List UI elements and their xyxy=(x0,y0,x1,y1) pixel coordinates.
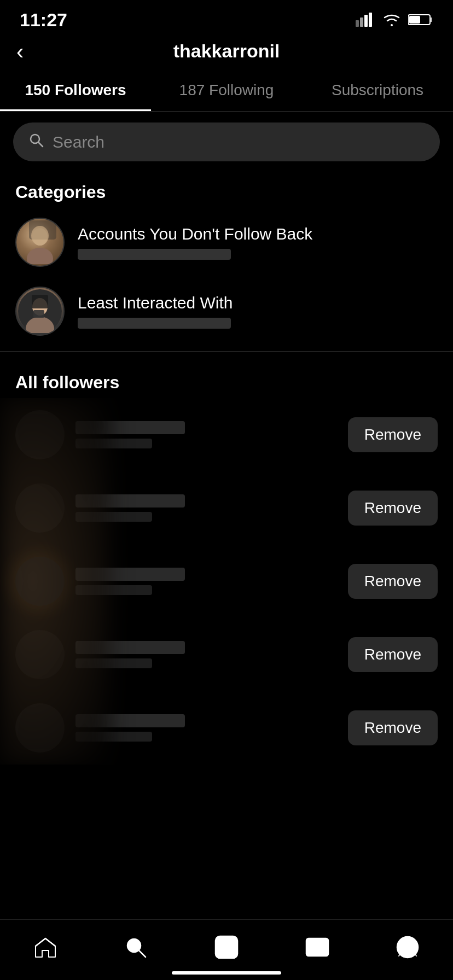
wifi-icon xyxy=(382,12,402,27)
follower-avatar-1 xyxy=(15,410,65,459)
remove-button-1[interactable]: Remove xyxy=(348,417,438,452)
tabs-bar: 150 Followers 187 Following Subscription… xyxy=(0,69,453,112)
follower-left-4 xyxy=(15,630,348,679)
follower-info-5 xyxy=(76,714,185,742)
svg-point-10 xyxy=(27,248,53,264)
svg-point-28 xyxy=(313,940,316,942)
tab-followers[interactable]: 150 Followers xyxy=(0,69,151,111)
follower-left-2 xyxy=(15,483,348,533)
svg-point-12 xyxy=(31,226,49,246)
svg-line-8 xyxy=(38,142,43,147)
nav-home[interactable] xyxy=(22,931,68,964)
follower-avatar-4 xyxy=(15,630,65,679)
nav-add[interactable] xyxy=(204,931,249,964)
nav-profile[interactable] xyxy=(385,931,431,964)
status-time: 11:27 xyxy=(20,9,67,31)
follower-avatar-2 xyxy=(15,483,65,533)
svg-rect-0 xyxy=(356,20,359,27)
category-dont-follow-back[interactable]: Accounts You Don't Follow Back xyxy=(0,208,453,277)
battery-icon xyxy=(408,13,433,26)
svg-rect-2 xyxy=(364,15,368,27)
follower-list: Remove Remove Remove xyxy=(0,398,453,765)
remove-button-5[interactable]: Remove xyxy=(348,710,438,745)
category-least-interacted[interactable]: Least Interacted With xyxy=(0,277,453,346)
add-icon xyxy=(214,935,239,959)
follower-info-1 xyxy=(76,421,185,448)
remove-button-2[interactable]: Remove xyxy=(348,491,438,526)
svg-point-30 xyxy=(404,941,411,948)
status-icons xyxy=(356,12,433,27)
category-avatar-2 xyxy=(15,287,65,336)
all-followers-title: All followers xyxy=(0,363,453,398)
section-divider xyxy=(0,351,453,352)
svg-rect-6 xyxy=(409,16,420,24)
follower-left-1 xyxy=(15,410,348,459)
follower-item: Remove xyxy=(0,618,453,691)
nav-search[interactable] xyxy=(113,931,159,964)
follower-item: Remove xyxy=(0,545,453,618)
signal-icon xyxy=(356,13,375,27)
follower-info-2 xyxy=(76,494,185,522)
header-title: thakkarronil xyxy=(173,40,280,62)
follower-info-4 xyxy=(76,641,185,668)
category-sub-bar-2 xyxy=(78,318,231,329)
status-bar: 11:27 xyxy=(0,0,453,35)
search-nav-icon xyxy=(124,935,148,959)
header: ‹ thakkarronil xyxy=(0,35,453,69)
tab-subscriptions[interactable]: Subscriptions xyxy=(302,69,453,111)
follower-left-3 xyxy=(15,557,348,606)
follower-avatar-5 xyxy=(15,703,65,752)
svg-rect-16 xyxy=(32,295,48,308)
remove-button-3[interactable]: Remove xyxy=(348,564,438,599)
category-name-2: Least Interacted With xyxy=(78,294,233,312)
search-placeholder: Search xyxy=(53,133,104,151)
categories-title: Categories xyxy=(0,172,453,208)
profile-icon xyxy=(396,935,420,959)
follower-item: Remove xyxy=(0,471,453,545)
nav-reels[interactable] xyxy=(294,931,340,964)
reels-icon xyxy=(305,935,329,959)
svg-rect-3 xyxy=(369,13,372,27)
follower-item: Remove xyxy=(0,691,453,765)
svg-point-27 xyxy=(309,940,312,942)
back-button[interactable]: ‹ xyxy=(16,40,24,62)
category-info-1: Accounts You Don't Follow Back xyxy=(78,225,312,260)
remove-button-4[interactable]: Remove xyxy=(348,637,438,672)
search-bar[interactable]: Search xyxy=(13,122,440,161)
category-name-1: Accounts You Don't Follow Back xyxy=(78,225,312,243)
follower-left-5 xyxy=(15,703,348,752)
category-sub-bar-1 xyxy=(78,249,231,260)
search-icon xyxy=(28,132,44,151)
category-avatar-1 xyxy=(15,218,65,267)
tab-following[interactable]: 187 Following xyxy=(151,69,302,111)
home-icon xyxy=(33,935,57,959)
follower-avatar-3 xyxy=(15,557,65,606)
all-followers-section: All followers Remove Remov xyxy=(0,357,453,770)
home-indicator xyxy=(172,971,281,975)
svg-rect-17 xyxy=(33,310,44,318)
follower-info-3 xyxy=(76,568,185,595)
svg-line-19 xyxy=(139,950,146,957)
category-info-2: Least Interacted With xyxy=(78,294,233,329)
search-container: Search xyxy=(0,112,453,172)
svg-rect-5 xyxy=(430,18,432,22)
follower-item: Remove xyxy=(0,398,453,471)
svg-rect-1 xyxy=(360,18,363,27)
svg-point-25 xyxy=(316,946,319,949)
